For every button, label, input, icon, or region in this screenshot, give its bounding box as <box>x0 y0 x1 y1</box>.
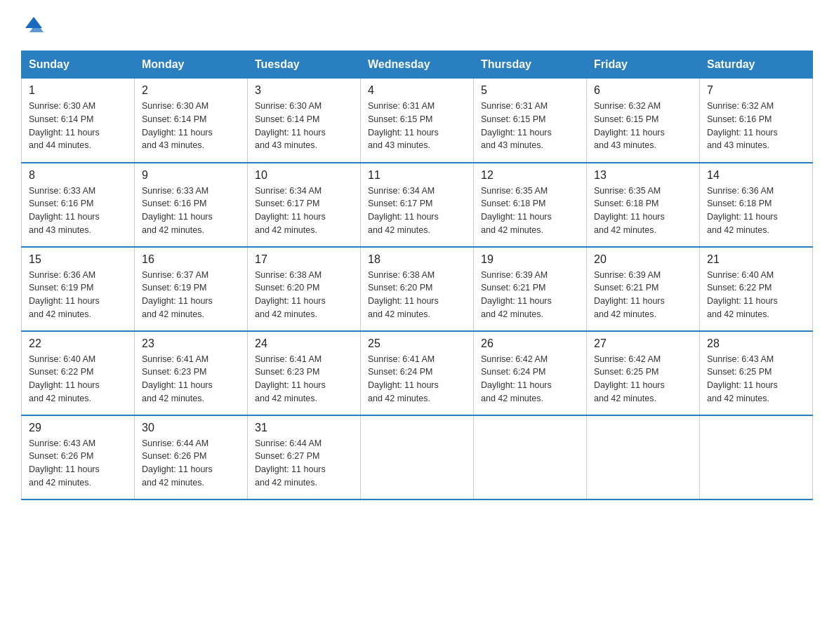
header-friday: Friday <box>587 51 700 79</box>
calendar-day-cell: 19 Sunrise: 6:39 AM Sunset: 6:21 PM Dayl… <box>474 247 587 331</box>
day-info: Sunrise: 6:30 AM Sunset: 6:14 PM Dayligh… <box>142 100 240 152</box>
calendar-day-cell: 29 Sunrise: 6:43 AM Sunset: 6:26 PM Dayl… <box>22 415 135 499</box>
calendar-day-cell <box>587 415 700 499</box>
day-number: 3 <box>255 84 353 97</box>
calendar-day-cell: 8 Sunrise: 6:33 AM Sunset: 6:16 PM Dayli… <box>22 163 135 247</box>
day-info: Sunrise: 6:42 AM Sunset: 6:24 PM Dayligh… <box>481 353 579 405</box>
calendar-week-row: 29 Sunrise: 6:43 AM Sunset: 6:26 PM Dayl… <box>22 415 813 499</box>
header-monday: Monday <box>135 51 248 79</box>
day-number: 22 <box>29 337 127 350</box>
day-info: Sunrise: 6:41 AM Sunset: 6:23 PM Dayligh… <box>255 353 353 405</box>
calendar-day-cell: 24 Sunrise: 6:41 AM Sunset: 6:23 PM Dayl… <box>248 331 361 415</box>
day-info: Sunrise: 6:38 AM Sunset: 6:20 PM Dayligh… <box>255 269 353 321</box>
day-number: 2 <box>142 84 240 97</box>
calendar-day-cell: 16 Sunrise: 6:37 AM Sunset: 6:19 PM Dayl… <box>135 247 248 331</box>
day-info: Sunrise: 6:33 AM Sunset: 6:16 PM Dayligh… <box>29 185 127 237</box>
calendar-day-cell: 11 Sunrise: 6:34 AM Sunset: 6:17 PM Dayl… <box>361 163 474 247</box>
day-info: Sunrise: 6:44 AM Sunset: 6:26 PM Dayligh… <box>142 437 240 490</box>
day-info: Sunrise: 6:32 AM Sunset: 6:15 PM Dayligh… <box>594 100 692 152</box>
day-info: Sunrise: 6:41 AM Sunset: 6:24 PM Dayligh… <box>368 353 466 405</box>
calendar-day-cell: 30 Sunrise: 6:44 AM Sunset: 6:26 PM Dayl… <box>135 415 248 499</box>
calendar-day-cell: 31 Sunrise: 6:44 AM Sunset: 6:27 PM Dayl… <box>248 415 361 499</box>
day-info: Sunrise: 6:34 AM Sunset: 6:17 PM Dayligh… <box>368 185 466 237</box>
calendar-day-cell: 26 Sunrise: 6:42 AM Sunset: 6:24 PM Dayl… <box>474 331 587 415</box>
calendar-day-cell: 12 Sunrise: 6:35 AM Sunset: 6:18 PM Dayl… <box>474 163 587 247</box>
calendar-day-cell: 1 Sunrise: 6:30 AM Sunset: 6:14 PM Dayli… <box>22 79 135 163</box>
day-info: Sunrise: 6:35 AM Sunset: 6:18 PM Dayligh… <box>594 185 692 237</box>
day-info: Sunrise: 6:40 AM Sunset: 6:22 PM Dayligh… <box>707 269 805 321</box>
day-info: Sunrise: 6:43 AM Sunset: 6:26 PM Dayligh… <box>29 437 127 490</box>
calendar-table: Sunday Monday Tuesday Wednesday Thursday… <box>21 51 813 500</box>
day-info: Sunrise: 6:41 AM Sunset: 6:23 PM Dayligh… <box>142 353 240 405</box>
calendar-day-cell: 17 Sunrise: 6:38 AM Sunset: 6:20 PM Dayl… <box>248 247 361 331</box>
calendar-day-cell: 13 Sunrise: 6:35 AM Sunset: 6:18 PM Dayl… <box>587 163 700 247</box>
day-info: Sunrise: 6:38 AM Sunset: 6:20 PM Dayligh… <box>368 269 466 321</box>
calendar-day-cell <box>474 415 587 499</box>
calendar-week-row: 15 Sunrise: 6:36 AM Sunset: 6:19 PM Dayl… <box>22 247 813 331</box>
day-number: 10 <box>255 169 353 182</box>
day-info: Sunrise: 6:44 AM Sunset: 6:27 PM Dayligh… <box>255 437 353 490</box>
calendar-day-cell: 22 Sunrise: 6:40 AM Sunset: 6:22 PM Dayl… <box>22 331 135 415</box>
logo-icon <box>22 14 45 36</box>
day-number: 6 <box>594 84 692 97</box>
calendar-day-cell: 14 Sunrise: 6:36 AM Sunset: 6:18 PM Dayl… <box>700 163 813 247</box>
day-number: 8 <box>29 169 127 182</box>
day-number: 15 <box>29 253 127 266</box>
calendar-week-row: 8 Sunrise: 6:33 AM Sunset: 6:16 PM Dayli… <box>22 163 813 247</box>
day-info: Sunrise: 6:42 AM Sunset: 6:25 PM Dayligh… <box>594 353 692 405</box>
day-number: 23 <box>142 337 240 350</box>
day-number: 9 <box>142 169 240 182</box>
calendar-week-row: 1 Sunrise: 6:30 AM Sunset: 6:14 PM Dayli… <box>22 79 813 163</box>
header-wednesday: Wednesday <box>361 51 474 79</box>
day-number: 18 <box>368 253 466 266</box>
day-number: 29 <box>29 422 127 434</box>
day-number: 4 <box>368 84 466 97</box>
header-thursday: Thursday <box>474 51 587 79</box>
day-number: 26 <box>481 337 579 350</box>
day-number: 12 <box>481 169 579 182</box>
calendar-day-cell: 2 Sunrise: 6:30 AM Sunset: 6:14 PM Dayli… <box>135 79 248 163</box>
day-number: 25 <box>368 337 466 350</box>
calendar-day-cell: 28 Sunrise: 6:43 AM Sunset: 6:25 PM Dayl… <box>700 331 813 415</box>
day-number: 13 <box>594 169 692 182</box>
calendar-day-cell: 18 Sunrise: 6:38 AM Sunset: 6:20 PM Dayl… <box>361 247 474 331</box>
calendar-day-cell: 6 Sunrise: 6:32 AM Sunset: 6:15 PM Dayli… <box>587 79 700 163</box>
logo <box>21 14 46 36</box>
day-info: Sunrise: 6:39 AM Sunset: 6:21 PM Dayligh… <box>481 269 579 321</box>
calendar-day-cell: 7 Sunrise: 6:32 AM Sunset: 6:16 PM Dayli… <box>700 79 813 163</box>
calendar-day-cell: 27 Sunrise: 6:42 AM Sunset: 6:25 PM Dayl… <box>587 331 700 415</box>
day-info: Sunrise: 6:33 AM Sunset: 6:16 PM Dayligh… <box>142 185 240 237</box>
calendar-day-cell <box>700 415 813 499</box>
day-number: 1 <box>29 84 127 97</box>
calendar-day-cell: 5 Sunrise: 6:31 AM Sunset: 6:15 PM Dayli… <box>474 79 587 163</box>
calendar-day-cell: 4 Sunrise: 6:31 AM Sunset: 6:15 PM Dayli… <box>361 79 474 163</box>
calendar-day-cell <box>361 415 474 499</box>
day-info: Sunrise: 6:31 AM Sunset: 6:15 PM Dayligh… <box>481 100 579 152</box>
day-info: Sunrise: 6:39 AM Sunset: 6:21 PM Dayligh… <box>594 269 692 321</box>
header-saturday: Saturday <box>700 51 813 79</box>
day-number: 14 <box>707 169 805 182</box>
day-number: 24 <box>255 337 353 350</box>
day-info: Sunrise: 6:40 AM Sunset: 6:22 PM Dayligh… <box>29 353 127 405</box>
day-info: Sunrise: 6:34 AM Sunset: 6:17 PM Dayligh… <box>255 185 353 237</box>
day-info: Sunrise: 6:35 AM Sunset: 6:18 PM Dayligh… <box>481 185 579 237</box>
day-number: 7 <box>707 84 805 97</box>
calendar-header-row: Sunday Monday Tuesday Wednesday Thursday… <box>22 51 813 79</box>
calendar-day-cell: 9 Sunrise: 6:33 AM Sunset: 6:16 PM Dayli… <box>135 163 248 247</box>
day-number: 5 <box>481 84 579 97</box>
calendar-day-cell: 3 Sunrise: 6:30 AM Sunset: 6:14 PM Dayli… <box>248 79 361 163</box>
calendar-day-cell: 23 Sunrise: 6:41 AM Sunset: 6:23 PM Dayl… <box>135 331 248 415</box>
day-info: Sunrise: 6:36 AM Sunset: 6:19 PM Dayligh… <box>29 269 127 321</box>
day-number: 19 <box>481 253 579 266</box>
calendar-day-cell: 21 Sunrise: 6:40 AM Sunset: 6:22 PM Dayl… <box>700 247 813 331</box>
day-info: Sunrise: 6:30 AM Sunset: 6:14 PM Dayligh… <box>29 100 127 152</box>
header-sunday: Sunday <box>22 51 135 79</box>
day-number: 17 <box>255 253 353 266</box>
day-number: 20 <box>594 253 692 266</box>
day-number: 21 <box>707 253 805 266</box>
day-number: 16 <box>142 253 240 266</box>
day-info: Sunrise: 6:37 AM Sunset: 6:19 PM Dayligh… <box>142 269 240 321</box>
calendar-day-cell: 10 Sunrise: 6:34 AM Sunset: 6:17 PM Dayl… <box>248 163 361 247</box>
svg-marker-0 <box>25 17 42 28</box>
day-info: Sunrise: 6:30 AM Sunset: 6:14 PM Dayligh… <box>255 100 353 152</box>
